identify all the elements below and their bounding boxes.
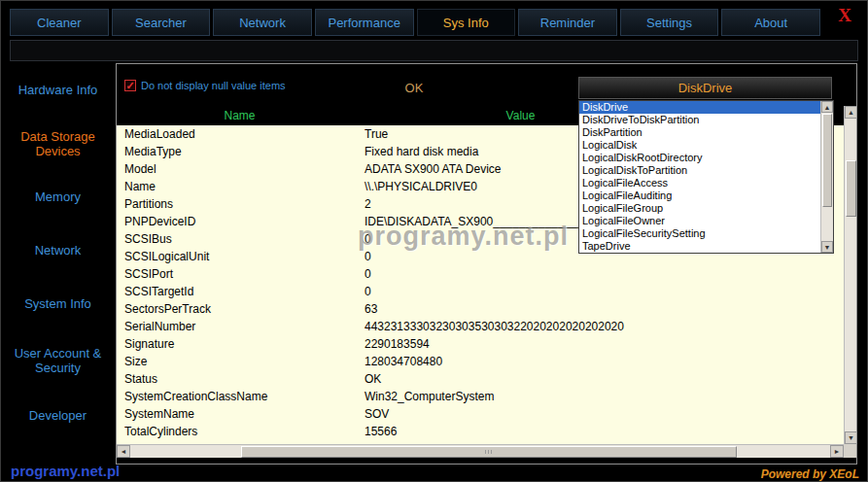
- row-name: Model: [117, 160, 363, 178]
- row-name: TotalCylinders: [117, 423, 363, 440]
- row-value: 2290183594: [363, 335, 844, 353]
- column-header-name: Name: [117, 106, 363, 125]
- scrollbar-corner: [844, 444, 856, 458]
- toolbar-strip: [10, 40, 858, 61]
- vertical-scrollbar[interactable]: ▲ ▼: [844, 106, 856, 444]
- dropdown-scroll-up-icon[interactable]: ▲: [821, 101, 833, 113]
- sidebar-item-memory[interactable]: Memory: [1, 170, 115, 224]
- tab-reminder[interactable]: Reminder: [518, 9, 617, 36]
- table-row[interactable]: Signature2290183594: [117, 335, 844, 353]
- footer-site-text: programy.net.pl: [11, 463, 120, 479]
- dropdown-option-logicalfilesecuritysetting[interactable]: LogicalFileSecuritySetting: [579, 227, 820, 240]
- table-row[interactable]: SCSITargetId0: [117, 283, 844, 300]
- row-value: SOV: [363, 405, 844, 423]
- row-name: SCSITargetId: [117, 283, 363, 300]
- sidebar-item-data-storage-devices[interactable]: Data Storage Devices: [1, 117, 115, 170]
- checkbox-label: Do not display null value items: [141, 80, 286, 91]
- row-value: 15566: [363, 423, 844, 440]
- dropdown-option-logicalfileaccess[interactable]: LogicalFileAccess: [579, 177, 820, 189]
- row-name: SCSILogicalUnit: [117, 248, 363, 265]
- main-panel: ✓ Do not display null value items OK Dis…: [116, 63, 857, 465]
- dropdown-option-diskdrive[interactable]: DiskDrive: [579, 101, 820, 114]
- scroll-left-icon[interactable]: ◄: [117, 445, 130, 458]
- powered-by-text: Powered by XEoL: [761, 467, 859, 481]
- close-button[interactable]: X: [834, 5, 855, 26]
- row-value: OK: [363, 370, 844, 388]
- row-value: 0: [363, 283, 844, 300]
- tab-about[interactable]: About: [721, 9, 820, 36]
- checkbox-icon[interactable]: ✓: [124, 80, 136, 91]
- vertical-scroll-thumb[interactable]: [846, 160, 856, 217]
- scroll-right-icon[interactable]: ►: [830, 445, 844, 458]
- row-name: SectorsPerTrack: [117, 300, 363, 318]
- row-value: 0: [363, 265, 844, 283]
- sidebar-item-developer[interactable]: Developer: [1, 391, 115, 439]
- row-name: MediaType: [117, 143, 363, 160]
- dropdown-option-tapedrive[interactable]: TapeDrive: [579, 240, 820, 253]
- tab-sys-info[interactable]: Sys Info: [417, 9, 516, 36]
- sidebar: Hardware InfoData Storage DevicesMemoryN…: [1, 63, 115, 464]
- tab-network[interactable]: Network: [213, 9, 312, 36]
- sidebar-item-network[interactable]: Network: [1, 224, 115, 277]
- row-value: 4432313330323030353030322020202020202020: [363, 318, 844, 335]
- table-row[interactable]: SystemCreationClassNameWin32_ComputerSys…: [117, 388, 844, 405]
- dropdown-option-logicalfileowner[interactable]: LogicalFileOwner: [579, 215, 820, 227]
- tab-bar: CleanerSearcherNetworkPerformanceSys Inf…: [10, 9, 820, 36]
- row-name: Name: [117, 178, 363, 195]
- tab-settings[interactable]: Settings: [620, 9, 719, 36]
- dropdown-option-logicaldiskrootdirectory[interactable]: LogicalDiskRootDirectory: [579, 152, 820, 164]
- tab-performance[interactable]: Performance: [315, 9, 414, 36]
- scroll-down-icon[interactable]: ▼: [845, 431, 857, 444]
- tab-cleaner[interactable]: Cleaner: [10, 9, 109, 36]
- row-name: SystemName: [117, 405, 363, 423]
- horizontal-scrollbar[interactable]: ◄ ►: [117, 444, 844, 458]
- table-row[interactable]: TotalCylinders15566: [117, 423, 844, 440]
- row-name: Signature: [117, 335, 363, 353]
- dropdown-option-logicalfileauditing[interactable]: LogicalFileAuditing: [579, 189, 820, 202]
- dropdown-list: DiskDriveDiskDriveToDiskPartitionDiskPar…: [578, 100, 834, 254]
- table-row[interactable]: Size128034708480: [117, 353, 844, 370]
- row-name: SerialNumber: [117, 318, 363, 335]
- scroll-up-icon[interactable]: ▲: [845, 106, 857, 119]
- tab-searcher[interactable]: Searcher: [112, 9, 211, 36]
- row-value: Win32_ComputerSystem: [363, 388, 844, 405]
- category-dropdown[interactable]: DiskDrive: [578, 77, 832, 99]
- table-row[interactable]: StatusOK: [117, 370, 844, 388]
- dropdown-option-diskdrivetodiskpartition[interactable]: DiskDriveToDiskPartition: [579, 114, 820, 126]
- dropdown-scroll-down-icon[interactable]: ▼: [821, 241, 833, 253]
- dropdown-option-diskpartition[interactable]: DiskPartition: [579, 126, 820, 139]
- dropdown-option-logicaldisktopartition[interactable]: LogicalDiskToPartition: [579, 164, 820, 177]
- row-name: Status: [117, 370, 363, 388]
- status-text: OK: [375, 81, 453, 95]
- row-name: Partitions: [117, 195, 363, 213]
- sidebar-item-system-info[interactable]: System Info: [1, 277, 115, 330]
- row-name: PNPDeviceID: [117, 213, 363, 230]
- table-row[interactable]: SystemNameSOV: [117, 405, 844, 423]
- row-name: SCSIPort: [117, 265, 363, 283]
- dropdown-scrollbar[interactable]: ▲ ▼: [820, 101, 833, 253]
- app-window: CleanerSearcherNetworkPerformanceSys Inf…: [0, 0, 868, 482]
- table-row[interactable]: SectorsPerTrack63: [117, 300, 844, 318]
- sidebar-item-user-account-security[interactable]: User Account & Security: [1, 330, 115, 391]
- null-filter-checkbox[interactable]: ✓ Do not display null value items: [124, 80, 286, 91]
- horizontal-scroll-thumb[interactable]: [241, 446, 737, 458]
- sidebar-item-hardware-info[interactable]: Hardware Info: [1, 63, 115, 117]
- table-row[interactable]: SerialNumber4432313330323030353030322020…: [117, 318, 844, 335]
- dropdown-scroll-thumb[interactable]: [822, 114, 832, 207]
- row-value: 63: [363, 300, 844, 318]
- row-name: SCSIBus: [117, 230, 363, 248]
- row-name: SystemCreationClassName: [117, 388, 363, 405]
- row-name: MediaLoaded: [117, 125, 363, 143]
- row-value: 128034708480: [363, 353, 844, 370]
- dropdown-option-logicalfilegroup[interactable]: LogicalFileGroup: [579, 202, 820, 215]
- table-row[interactable]: SCSIPort0: [117, 265, 844, 283]
- dropdown-option-logicaldisk[interactable]: LogicalDisk: [579, 139, 820, 152]
- row-name: Size: [117, 353, 363, 370]
